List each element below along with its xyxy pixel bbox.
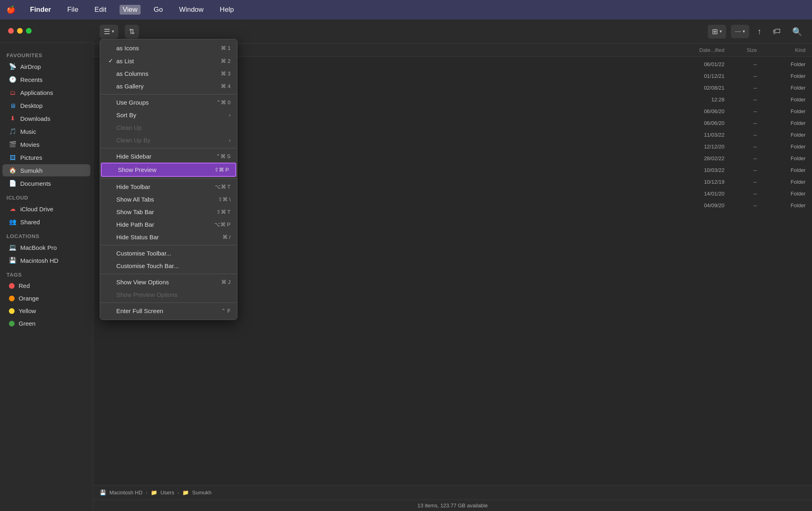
menu-divider-4 — [100, 245, 237, 245]
menu-item-show-all-tabs[interactable]: Show All Tabs ⇧⌘ \ — [100, 193, 237, 206]
tag-red-dot — [9, 283, 15, 289]
menu-label-hide-sidebar: Hide Sidebar — [107, 153, 216, 160]
view-menu: as Icons ⌘ 1 ✓ as List ⌘ 2 as Columns ⌘ … — [100, 39, 237, 320]
sidebar-item-icloud-drive[interactable]: ☁ iCloud Drive — [2, 203, 90, 215]
toggle-icon: ⇅ — [129, 27, 135, 36]
sidebar-item-recents[interactable]: 🕐 Recents — [2, 73, 90, 86]
icloud-drive-icon: ☁ — [9, 205, 16, 213]
sidebar-item-tag-orange[interactable]: Orange — [2, 292, 90, 304]
col-size-header[interactable]: Size — [724, 47, 757, 53]
file-kind-cell: Folder — [757, 144, 806, 150]
minimize-button[interactable] — [17, 28, 23, 34]
sidebar-item-tag-green[interactable]: Green — [2, 318, 90, 329]
file-size-cell: -- — [724, 155, 757, 161]
file-kind-cell: Folder — [757, 202, 806, 208]
menubar-help[interactable]: Help — [216, 5, 237, 15]
file-date-cell: 02/08/21 — [668, 85, 724, 91]
sidebar-item-sumukh[interactable]: 🏠 Sumukh — [2, 164, 90, 176]
apple-logo[interactable]: 🍎 — [6, 5, 15, 14]
desktop-icon: 🖥 — [9, 102, 16, 109]
path-icon-hd: 💾 — [100, 490, 106, 496]
menubar-go[interactable]: Go — [150, 5, 166, 15]
menu-item-customise-touch-bar[interactable]: Customise Touch Bar... — [100, 260, 237, 272]
file-date-cell: 28/02/22 — [668, 155, 724, 161]
menu-item-as-list[interactable]: ✓ as List ⌘ 2 — [100, 54, 237, 67]
sidebar-item-airdrop[interactable]: 📡 AirDrop — [2, 60, 90, 73]
file-date-cell: 12/12/20 — [668, 144, 724, 150]
main-layout: Favourites 📡 AirDrop 🕐 Recents 🗂 Applica… — [0, 19, 812, 511]
col-date-header[interactable]: Date...ified — [668, 47, 724, 53]
menu-label-show-view-options: Show View Options — [107, 279, 221, 286]
menu-item-show-view-options[interactable]: Show View Options ⌘ J — [100, 276, 237, 288]
menu-label-enter-full-screen: Enter Full Screen — [107, 307, 221, 314]
file-size-cell: -- — [724, 85, 757, 91]
sidebar-item-downloads[interactable]: ⬇ Downloads — [2, 112, 90, 125]
menu-item-as-icons[interactable]: as Icons ⌘ 1 — [100, 42, 237, 54]
menu-item-hide-status-bar[interactable]: Hide Status Bar ⌘ / — [100, 231, 237, 243]
sidebar-item-applications[interactable]: 🗂 Applications — [2, 86, 90, 99]
file-date-cell: 10/03/22 — [668, 167, 724, 173]
grid-view-button[interactable]: ⊞ ▾ — [708, 25, 726, 39]
menu-item-sort-by[interactable]: Sort By › — [100, 109, 237, 121]
sidebar-controls — [0, 19, 93, 43]
file-size-cell: -- — [724, 61, 757, 67]
menu-item-hide-path-bar[interactable]: Hide Path Bar ⌥⌘ P — [100, 218, 237, 231]
menubar-edit[interactable]: Edit — [91, 5, 109, 15]
file-date-cell: 11/03/22 — [668, 132, 724, 138]
menu-item-hide-sidebar[interactable]: Hide Sidebar ⌃⌘ S — [100, 150, 237, 163]
shortcut-hide-sidebar: ⌃⌘ S — [216, 153, 231, 159]
menubar-window[interactable]: Window — [176, 5, 207, 15]
search-button[interactable]: 🔍 — [789, 25, 806, 38]
sidebar-item-shared[interactable]: 👥 Shared — [2, 216, 90, 228]
sidebar-item-macbook-pro[interactable]: 💻 MacBook Pro — [2, 241, 90, 253]
file-date-cell: 01/12/21 — [668, 73, 724, 79]
list-view-icon: ☰ — [104, 27, 110, 36]
menu-item-use-groups[interactable]: Use Groups ⌃⌘ 0 — [100, 96, 237, 109]
sidebar-label-tag-red: Red — [19, 282, 30, 289]
sidebar-item-desktop[interactable]: 🖥 Desktop — [2, 99, 90, 112]
menu-item-as-gallery[interactable]: as Gallery ⌘ 4 — [100, 80, 237, 92]
menu-item-as-columns[interactable]: as Columns ⌘ 3 — [100, 67, 237, 80]
recents-icon: 🕐 — [9, 76, 16, 83]
menu-label-show-preview-options: Show Preview Options — [107, 291, 231, 298]
sidebar-item-macintosh-hd[interactable]: 💾 Macintosh HD — [2, 254, 90, 266]
menu-item-customise-toolbar[interactable]: Customise Toolbar... — [100, 247, 237, 260]
sidebar-item-documents[interactable]: 📄 Documents — [2, 177, 90, 189]
menubar-view[interactable]: View — [120, 5, 141, 15]
file-kind-cell: Folder — [757, 108, 806, 114]
menu-item-hide-toolbar[interactable]: Hide Toolbar ⌥⌘ T — [100, 180, 237, 193]
share-button[interactable]: ↑ — [754, 25, 765, 38]
tag-button[interactable]: 🏷 — [769, 25, 784, 38]
maximize-button[interactable] — [26, 28, 32, 34]
file-size-cell: -- — [724, 191, 757, 197]
shortcut-hide-toolbar: ⌥⌘ T — [215, 184, 231, 190]
applications-icon: 🗂 — [9, 89, 16, 96]
view-list-button[interactable]: ☰ ▾ — [100, 25, 118, 39]
share-action-button[interactable]: ··· ▾ — [731, 25, 749, 38]
sidebar-item-tag-red[interactable]: Red — [2, 280, 90, 292]
file-date-cell: 10/12/19 — [668, 179, 724, 185]
sidebar-label-downloads: Downloads — [20, 115, 50, 122]
sidebar-item-tag-yellow[interactable]: Yellow — [2, 305, 90, 317]
sidebar-item-movies[interactable]: 🎬 Movies — [2, 138, 90, 150]
sidebar-item-pictures[interactable]: 🖼 Pictures — [2, 151, 90, 163]
menubar-finder[interactable]: Finder — [27, 5, 54, 15]
pictures-icon: 🖼 — [9, 154, 16, 161]
col-kind-header[interactable]: Kind — [757, 47, 806, 53]
file-date-cell: 14/01/20 — [668, 191, 724, 197]
shortcut-show-view-options: ⌘ J — [221, 279, 231, 285]
search-icon: 🔍 — [792, 27, 802, 36]
menu-item-show-tab-bar[interactable]: Show Tab Bar ⇧⌘ T — [100, 206, 237, 218]
sidebar-item-music[interactable]: 🎵 Music — [2, 125, 90, 137]
menu-label-use-groups: Use Groups — [107, 99, 216, 106]
close-button[interactable] — [8, 28, 14, 34]
menu-item-enter-full-screen[interactable]: Enter Full Screen ⌃ F — [100, 305, 237, 317]
menubar-file[interactable]: File — [64, 5, 81, 15]
sidebar-label-macbook-pro: MacBook Pro — [20, 244, 57, 251]
menu-item-show-preview[interactable]: Show Preview ⇧⌘ P — [101, 163, 236, 177]
file-kind-cell: Folder — [757, 120, 806, 126]
grid-dropdown-icon: ▾ — [720, 29, 722, 34]
sidebar-label-sumukh: Sumukh — [20, 167, 43, 174]
view-toggle-button[interactable]: ⇅ — [125, 25, 139, 39]
sidebar-label-airdrop: AirDrop — [20, 63, 41, 70]
